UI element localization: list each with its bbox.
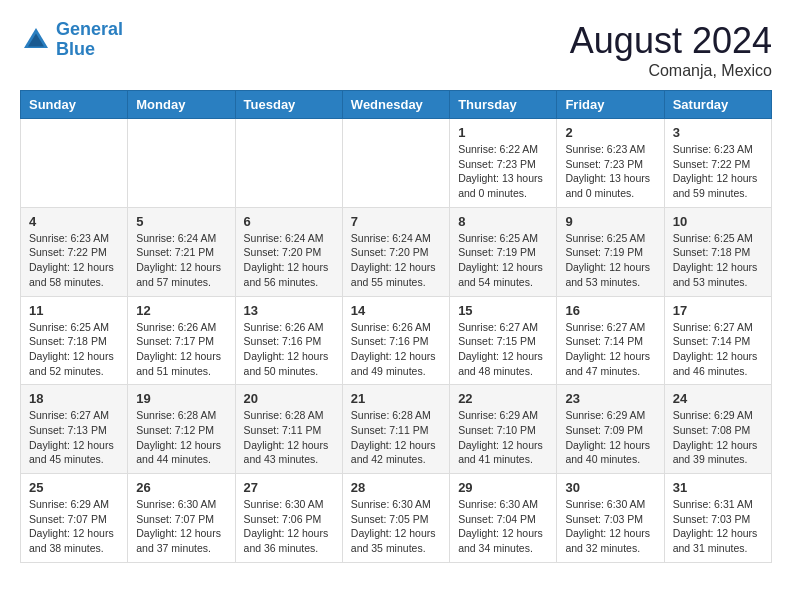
day-number: 3 [673,125,763,140]
calendar-cell-w5-d3: 27Sunrise: 6:30 AMSunset: 7:06 PMDayligh… [235,474,342,563]
day-info: Sunrise: 6:30 AMSunset: 7:06 PMDaylight:… [244,497,334,556]
calendar-cell-w2-d4: 7Sunrise: 6:24 AMSunset: 7:20 PMDaylight… [342,207,449,296]
col-sunday: Sunday [21,91,128,119]
day-number: 17 [673,303,763,318]
calendar-cell-w4-d4: 21Sunrise: 6:28 AMSunset: 7:11 PMDayligh… [342,385,449,474]
logo-text: General Blue [56,20,123,60]
calendar-cell-w1-d4 [342,119,449,208]
day-info: Sunrise: 6:23 AMSunset: 7:23 PMDaylight:… [565,142,655,201]
calendar-cell-w5-d2: 26Sunrise: 6:30 AMSunset: 7:07 PMDayligh… [128,474,235,563]
col-thursday: Thursday [450,91,557,119]
calendar-cell-w4-d3: 20Sunrise: 6:28 AMSunset: 7:11 PMDayligh… [235,385,342,474]
day-number: 21 [351,391,441,406]
calendar-cell-w3-d5: 15Sunrise: 6:27 AMSunset: 7:15 PMDayligh… [450,296,557,385]
day-number: 31 [673,480,763,495]
logo: General Blue [20,20,123,60]
day-info: Sunrise: 6:28 AMSunset: 7:12 PMDaylight:… [136,408,226,467]
day-info: Sunrise: 6:30 AMSunset: 7:04 PMDaylight:… [458,497,548,556]
day-info: Sunrise: 6:30 AMSunset: 7:07 PMDaylight:… [136,497,226,556]
day-number: 5 [136,214,226,229]
logo-line1: General [56,19,123,39]
day-info: Sunrise: 6:28 AMSunset: 7:11 PMDaylight:… [351,408,441,467]
day-number: 6 [244,214,334,229]
calendar-cell-w3-d1: 11Sunrise: 6:25 AMSunset: 7:18 PMDayligh… [21,296,128,385]
calendar-week-3: 11Sunrise: 6:25 AMSunset: 7:18 PMDayligh… [21,296,772,385]
calendar-cell-w1-d6: 2Sunrise: 6:23 AMSunset: 7:23 PMDaylight… [557,119,664,208]
day-number: 23 [565,391,655,406]
day-info: Sunrise: 6:29 AMSunset: 7:08 PMDaylight:… [673,408,763,467]
calendar-cell-w3-d2: 12Sunrise: 6:26 AMSunset: 7:17 PMDayligh… [128,296,235,385]
col-tuesday: Tuesday [235,91,342,119]
page-header: General Blue August 2024 Comanja, Mexico [20,20,772,80]
day-info: Sunrise: 6:26 AMSunset: 7:16 PMDaylight:… [244,320,334,379]
day-number: 25 [29,480,119,495]
day-info: Sunrise: 6:22 AMSunset: 7:23 PMDaylight:… [458,142,548,201]
day-number: 27 [244,480,334,495]
day-info: Sunrise: 6:24 AMSunset: 7:21 PMDaylight:… [136,231,226,290]
calendar-cell-w4-d6: 23Sunrise: 6:29 AMSunset: 7:09 PMDayligh… [557,385,664,474]
calendar-cell-w5-d7: 31Sunrise: 6:31 AMSunset: 7:03 PMDayligh… [664,474,771,563]
calendar-cell-w1-d2 [128,119,235,208]
day-number: 29 [458,480,548,495]
calendar-cell-w2-d5: 8Sunrise: 6:25 AMSunset: 7:19 PMDaylight… [450,207,557,296]
day-number: 9 [565,214,655,229]
day-info: Sunrise: 6:25 AMSunset: 7:18 PMDaylight:… [29,320,119,379]
day-info: Sunrise: 6:29 AMSunset: 7:10 PMDaylight:… [458,408,548,467]
calendar-cell-w4-d5: 22Sunrise: 6:29 AMSunset: 7:10 PMDayligh… [450,385,557,474]
calendar-cell-w2-d2: 5Sunrise: 6:24 AMSunset: 7:21 PMDaylight… [128,207,235,296]
calendar: Sunday Monday Tuesday Wednesday Thursday… [20,90,772,563]
day-number: 4 [29,214,119,229]
calendar-cell-w5-d1: 25Sunrise: 6:29 AMSunset: 7:07 PMDayligh… [21,474,128,563]
day-info: Sunrise: 6:30 AMSunset: 7:03 PMDaylight:… [565,497,655,556]
calendar-cell-w3-d7: 17Sunrise: 6:27 AMSunset: 7:14 PMDayligh… [664,296,771,385]
day-number: 10 [673,214,763,229]
calendar-cell-w2-d7: 10Sunrise: 6:25 AMSunset: 7:18 PMDayligh… [664,207,771,296]
calendar-cell-w2-d3: 6Sunrise: 6:24 AMSunset: 7:20 PMDaylight… [235,207,342,296]
day-number: 13 [244,303,334,318]
calendar-cell-w4-d7: 24Sunrise: 6:29 AMSunset: 7:08 PMDayligh… [664,385,771,474]
calendar-week-5: 25Sunrise: 6:29 AMSunset: 7:07 PMDayligh… [21,474,772,563]
day-info: Sunrise: 6:24 AMSunset: 7:20 PMDaylight:… [351,231,441,290]
calendar-cell-w1-d7: 3Sunrise: 6:23 AMSunset: 7:22 PMDaylight… [664,119,771,208]
calendar-header-row: Sunday Monday Tuesday Wednesday Thursday… [21,91,772,119]
day-number: 20 [244,391,334,406]
day-info: Sunrise: 6:30 AMSunset: 7:05 PMDaylight:… [351,497,441,556]
day-number: 7 [351,214,441,229]
calendar-cell-w2-d1: 4Sunrise: 6:23 AMSunset: 7:22 PMDaylight… [21,207,128,296]
day-info: Sunrise: 6:26 AMSunset: 7:16 PMDaylight:… [351,320,441,379]
calendar-week-1: 1Sunrise: 6:22 AMSunset: 7:23 PMDaylight… [21,119,772,208]
calendar-cell-w1-d3 [235,119,342,208]
day-info: Sunrise: 6:27 AMSunset: 7:14 PMDaylight:… [565,320,655,379]
calendar-cell-w1-d1 [21,119,128,208]
day-info: Sunrise: 6:25 AMSunset: 7:19 PMDaylight:… [458,231,548,290]
calendar-week-2: 4Sunrise: 6:23 AMSunset: 7:22 PMDaylight… [21,207,772,296]
col-monday: Monday [128,91,235,119]
title-block: August 2024 Comanja, Mexico [570,20,772,80]
col-saturday: Saturday [664,91,771,119]
calendar-cell-w3-d6: 16Sunrise: 6:27 AMSunset: 7:14 PMDayligh… [557,296,664,385]
day-info: Sunrise: 6:25 AMSunset: 7:19 PMDaylight:… [565,231,655,290]
day-info: Sunrise: 6:25 AMSunset: 7:18 PMDaylight:… [673,231,763,290]
day-number: 15 [458,303,548,318]
calendar-cell-w2-d6: 9Sunrise: 6:25 AMSunset: 7:19 PMDaylight… [557,207,664,296]
day-info: Sunrise: 6:27 AMSunset: 7:13 PMDaylight:… [29,408,119,467]
day-info: Sunrise: 6:29 AMSunset: 7:09 PMDaylight:… [565,408,655,467]
day-number: 11 [29,303,119,318]
day-info: Sunrise: 6:28 AMSunset: 7:11 PMDaylight:… [244,408,334,467]
day-info: Sunrise: 6:23 AMSunset: 7:22 PMDaylight:… [29,231,119,290]
day-number: 14 [351,303,441,318]
day-info: Sunrise: 6:27 AMSunset: 7:14 PMDaylight:… [673,320,763,379]
day-number: 28 [351,480,441,495]
day-number: 8 [458,214,548,229]
day-info: Sunrise: 6:24 AMSunset: 7:20 PMDaylight:… [244,231,334,290]
calendar-cell-w3-d3: 13Sunrise: 6:26 AMSunset: 7:16 PMDayligh… [235,296,342,385]
day-info: Sunrise: 6:27 AMSunset: 7:15 PMDaylight:… [458,320,548,379]
calendar-cell-w4-d2: 19Sunrise: 6:28 AMSunset: 7:12 PMDayligh… [128,385,235,474]
col-friday: Friday [557,91,664,119]
day-info: Sunrise: 6:29 AMSunset: 7:07 PMDaylight:… [29,497,119,556]
calendar-cell-w5-d6: 30Sunrise: 6:30 AMSunset: 7:03 PMDayligh… [557,474,664,563]
location: Comanja, Mexico [570,62,772,80]
day-number: 2 [565,125,655,140]
calendar-week-4: 18Sunrise: 6:27 AMSunset: 7:13 PMDayligh… [21,385,772,474]
calendar-cell-w5-d4: 28Sunrise: 6:30 AMSunset: 7:05 PMDayligh… [342,474,449,563]
